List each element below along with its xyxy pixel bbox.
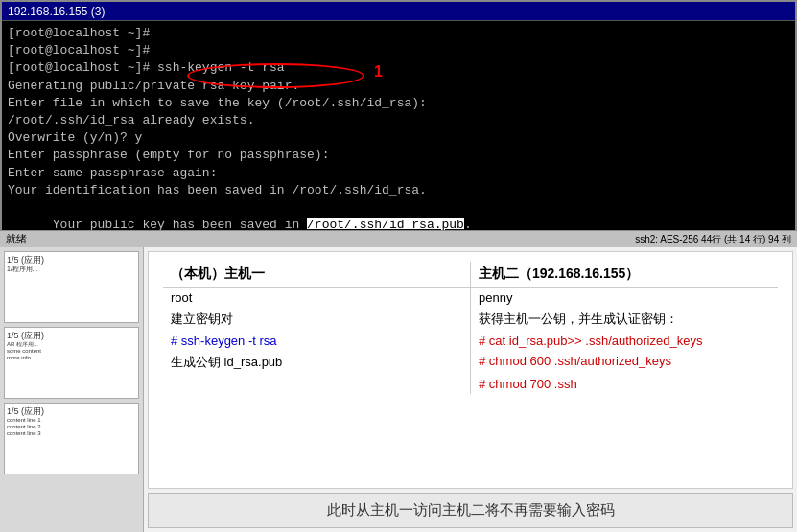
col-header-left: （本机）主机一 (163, 262, 471, 288)
table-cell-empty (163, 374, 471, 394)
slide-table: （本机）主机一 主机二（192.168.16.155） root penny 建… (163, 262, 778, 483)
terminal-line: [root@localhost ~]# (8, 25, 789, 42)
table-cell: root (163, 288, 471, 309)
terminal-line: Overwrite (y/n)? y (8, 129, 789, 147)
slides-sidebar: 1/5 (应用) 1/程序用... 1/5 (应用) AR 程序用...some… (0, 247, 144, 532)
table-cell: 获得主机一公钥，并生成认证密钥： (471, 308, 779, 331)
table-cell-cmd3: # chmod 700 .ssh (471, 374, 779, 394)
slide-thumb-label-2: 1/5 (应用) (7, 330, 44, 342)
terminal-line: Enter file in which to save the key (/ro… (8, 95, 789, 112)
command-ssh-keygen: # ssh-keygen -t rsa (171, 334, 277, 348)
main-content: （本机）主机一 主机二（192.168.16.155） root penny 建… (144, 247, 797, 532)
slide-thumb-label-3: 1/5 (应用) (7, 405, 44, 418)
terminal-line: [root@localhost ~]# (8, 42, 789, 59)
terminal-title: 192.168.16.155 (3) (8, 5, 105, 18)
annotation-label-1: 1 (374, 63, 383, 81)
table-cell-cmd1-left: # ssh-keygen -t rsa (163, 331, 471, 351)
col-header-right: 主机二（192.168.16.155） (471, 262, 779, 288)
table-cell-cmd1-right: # cat id_rsa.pub>> .ssh/authorized_keys (471, 331, 779, 351)
terminal-body[interactable]: [root@localhost ~]# [root@localhost ~]# … (2, 21, 795, 247)
slide-thumb-3[interactable]: 1/5 (应用) content line 1content line 2con… (4, 403, 139, 474)
terminal-window: 192.168.16.155 (3) [root@localhost ~]# [… (0, 0, 797, 249)
slide-thumb-label-1: 1/5 (应用) (7, 254, 44, 266)
status-bar: 就绪 ssh2: AES-256 44行 (共 14 行) 94 列 (0, 230, 797, 247)
table-cell: penny (471, 288, 779, 309)
status-right: ssh2: AES-256 44行 (共 14 行) 94 列 (635, 233, 797, 246)
slide-panel: 1/5 (应用) 1/程序用... 1/5 (应用) AR 程序用...some… (0, 247, 797, 532)
terminal-line: Enter passphrase (empty for no passphras… (8, 147, 789, 164)
status-left: 就绪 (0, 232, 27, 246)
table-cell: 生成公钥 id_rsa.pub (163, 351, 471, 374)
slide-thumb-2[interactable]: 1/5 (应用) AR 程序用...some contentmore info (4, 327, 139, 399)
terminal-line-keygen: [root@localhost ~]# ssh-keygen -t rsa (8, 59, 789, 77)
terminal-line: Your identification has been saved in /r… (8, 182, 789, 199)
terminal-titlebar: 192.168.16.155 (3) (2, 2, 795, 21)
terminal-line: Enter same passphrase again: (8, 165, 789, 182)
bottom-note: 此时从主机一访问主机二将不再需要输入密码 (148, 493, 793, 528)
table-cell-cmd2: # chmod 600 .ssh/authorized_keys (471, 351, 779, 374)
slide-thumb-1[interactable]: 1/5 (应用) 1/程序用... (4, 251, 139, 323)
command-cat-authorized: # cat id_rsa.pub>> .ssh/authorized_keys (479, 334, 702, 348)
terminal-line: Generating public/private rsa key pair. (8, 78, 789, 95)
command-chmod-600: # chmod 600 .ssh/authorized_keys (479, 354, 671, 368)
command-chmod-700: # chmod 700 .ssh (479, 377, 577, 391)
slide-main: （本机）主机一 主机二（192.168.16.155） root penny 建… (148, 251, 793, 489)
terminal-line: /root/.ssh/id_rsa already exists. (8, 112, 789, 129)
table-cell: 建立密钥对 (163, 308, 471, 331)
